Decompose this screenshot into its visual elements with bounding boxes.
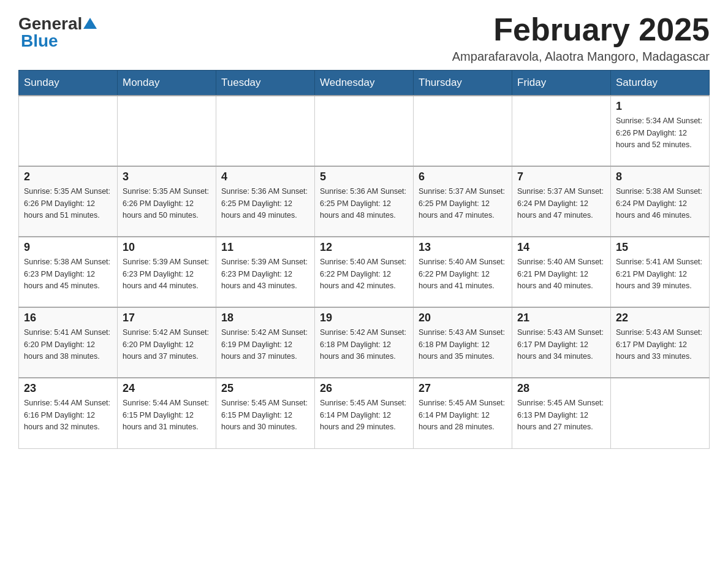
calendar-table: SundayMondayTuesdayWednesdayThursdayFrid… (18, 70, 710, 449)
day-info: Sunrise: 5:37 AM Sunset: 6:25 PM Dayligh… (419, 186, 507, 221)
calendar-cell: 2Sunrise: 5:35 AM Sunset: 6:26 PM Daylig… (19, 166, 118, 237)
logo-triangle-icon (83, 17, 97, 30)
day-info: Sunrise: 5:40 AM Sunset: 6:22 PM Dayligh… (320, 256, 408, 292)
day-number: 14 (517, 241, 605, 254)
calendar-subtitle: Amparafaravola, Alaotra Mangoro, Madagas… (452, 50, 710, 64)
day-number: 17 (123, 312, 211, 324)
calendar-cell: 17Sunrise: 5:42 AM Sunset: 6:20 PM Dayli… (118, 307, 216, 378)
day-number: 23 (24, 382, 112, 395)
day-info: Sunrise: 5:35 AM Sunset: 6:26 PM Dayligh… (123, 186, 211, 221)
day-info: Sunrise: 5:40 AM Sunset: 6:21 PM Dayligh… (517, 256, 605, 292)
day-info: Sunrise: 5:37 AM Sunset: 6:24 PM Dayligh… (517, 186, 605, 221)
day-number: 21 (517, 312, 605, 324)
page-header: General Blue February 2025 Amparafaravol… (18, 12, 710, 64)
day-info: Sunrise: 5:41 AM Sunset: 6:20 PM Dayligh… (24, 327, 112, 362)
calendar-cell: 21Sunrise: 5:43 AM Sunset: 6:17 PM Dayli… (512, 307, 611, 378)
title-block: February 2025 Amparafaravola, Alaotra Ma… (452, 12, 710, 64)
day-number: 6 (419, 170, 507, 183)
calendar-cell: 18Sunrise: 5:42 AM Sunset: 6:19 PM Dayli… (216, 307, 315, 378)
day-info: Sunrise: 5:44 AM Sunset: 6:15 PM Dayligh… (123, 397, 211, 433)
calendar-cell: 15Sunrise: 5:41 AM Sunset: 6:21 PM Dayli… (611, 237, 710, 307)
day-info: Sunrise: 5:43 AM Sunset: 6:18 PM Dayligh… (419, 327, 507, 362)
calendar-cell: 13Sunrise: 5:40 AM Sunset: 6:22 PM Dayli… (414, 237, 512, 307)
calendar-weekday-header: Wednesday (315, 71, 414, 96)
day-info: Sunrise: 5:34 AM Sunset: 6:26 PM Dayligh… (616, 115, 704, 151)
calendar-cell: 26Sunrise: 5:45 AM Sunset: 6:14 PM Dayli… (315, 378, 414, 448)
calendar-cell: 20Sunrise: 5:43 AM Sunset: 6:18 PM Dayli… (414, 307, 512, 378)
day-info: Sunrise: 5:38 AM Sunset: 6:23 PM Dayligh… (24, 256, 112, 292)
logo: General Blue (18, 15, 97, 50)
day-number: 7 (517, 170, 605, 183)
calendar-cell: 9Sunrise: 5:38 AM Sunset: 6:23 PM Daylig… (19, 237, 118, 307)
calendar-cell: 14Sunrise: 5:40 AM Sunset: 6:21 PM Dayli… (512, 237, 611, 307)
day-number: 20 (419, 312, 507, 324)
day-info: Sunrise: 5:35 AM Sunset: 6:26 PM Dayligh… (24, 186, 112, 221)
day-info: Sunrise: 5:36 AM Sunset: 6:25 PM Dayligh… (320, 186, 408, 221)
calendar-weekday-header: Thursday (414, 71, 512, 96)
day-number: 5 (320, 170, 408, 183)
day-info: Sunrise: 5:43 AM Sunset: 6:17 PM Dayligh… (616, 327, 704, 362)
calendar-cell (315, 96, 414, 166)
calendar-cell: 7Sunrise: 5:37 AM Sunset: 6:24 PM Daylig… (512, 166, 611, 237)
day-number: 26 (320, 382, 408, 395)
calendar-week-row: 1Sunrise: 5:34 AM Sunset: 6:26 PM Daylig… (19, 96, 710, 166)
day-info: Sunrise: 5:43 AM Sunset: 6:17 PM Dayligh… (517, 327, 605, 362)
calendar-cell: 25Sunrise: 5:45 AM Sunset: 6:15 PM Dayli… (216, 378, 315, 448)
calendar-weekday-header: Tuesday (216, 71, 315, 96)
calendar-week-row: 23Sunrise: 5:44 AM Sunset: 6:16 PM Dayli… (19, 378, 710, 448)
calendar-cell: 23Sunrise: 5:44 AM Sunset: 6:16 PM Dayli… (19, 378, 118, 448)
day-number: 9 (24, 241, 112, 254)
calendar-week-row: 16Sunrise: 5:41 AM Sunset: 6:20 PM Dayli… (19, 307, 710, 378)
calendar-cell: 4Sunrise: 5:36 AM Sunset: 6:25 PM Daylig… (216, 166, 315, 237)
day-info: Sunrise: 5:44 AM Sunset: 6:16 PM Dayligh… (24, 397, 112, 433)
calendar-cell (216, 96, 315, 166)
day-info: Sunrise: 5:39 AM Sunset: 6:23 PM Dayligh… (123, 256, 211, 292)
calendar-cell: 19Sunrise: 5:42 AM Sunset: 6:18 PM Dayli… (315, 307, 414, 378)
day-number: 8 (616, 170, 704, 183)
day-number: 12 (320, 241, 408, 254)
calendar-cell: 22Sunrise: 5:43 AM Sunset: 6:17 PM Dayli… (611, 307, 710, 378)
calendar-cell (118, 96, 216, 166)
calendar-title: February 2025 (452, 12, 710, 47)
day-info: Sunrise: 5:45 AM Sunset: 6:13 PM Dayligh… (517, 397, 605, 433)
day-info: Sunrise: 5:42 AM Sunset: 6:18 PM Dayligh… (320, 327, 408, 362)
day-number: 2 (24, 170, 112, 183)
calendar-cell: 27Sunrise: 5:45 AM Sunset: 6:14 PM Dayli… (414, 378, 512, 448)
logo-blue-text: Blue (21, 33, 97, 50)
day-info: Sunrise: 5:36 AM Sunset: 6:25 PM Dayligh… (221, 186, 309, 221)
day-info: Sunrise: 5:45 AM Sunset: 6:14 PM Dayligh… (320, 397, 408, 433)
day-number: 28 (517, 382, 605, 395)
calendar-cell: 3Sunrise: 5:35 AM Sunset: 6:26 PM Daylig… (118, 166, 216, 237)
day-info: Sunrise: 5:42 AM Sunset: 6:20 PM Dayligh… (123, 327, 211, 362)
day-number: 25 (221, 382, 309, 395)
day-number: 27 (419, 382, 507, 395)
calendar-weekday-header: Sunday (19, 71, 118, 96)
calendar-cell (19, 96, 118, 166)
day-info: Sunrise: 5:38 AM Sunset: 6:24 PM Dayligh… (616, 186, 704, 221)
day-number: 11 (221, 241, 309, 254)
calendar-cell: 1Sunrise: 5:34 AM Sunset: 6:26 PM Daylig… (611, 96, 710, 166)
calendar-cell (611, 378, 710, 448)
calendar-weekday-header: Monday (118, 71, 216, 96)
calendar-cell: 11Sunrise: 5:39 AM Sunset: 6:23 PM Dayli… (216, 237, 315, 307)
svg-marker-0 (83, 18, 97, 29)
day-number: 4 (221, 170, 309, 183)
day-number: 13 (419, 241, 507, 254)
calendar-cell: 16Sunrise: 5:41 AM Sunset: 6:20 PM Dayli… (19, 307, 118, 378)
calendar-cell (414, 96, 512, 166)
day-number: 15 (616, 241, 704, 254)
calendar-weekday-header: Saturday (611, 71, 710, 96)
calendar-week-row: 2Sunrise: 5:35 AM Sunset: 6:26 PM Daylig… (19, 166, 710, 237)
calendar-cell: 6Sunrise: 5:37 AM Sunset: 6:25 PM Daylig… (414, 166, 512, 237)
day-info: Sunrise: 5:45 AM Sunset: 6:15 PM Dayligh… (221, 397, 309, 433)
logo-general-text: General (18, 15, 82, 33)
day-number: 19 (320, 312, 408, 324)
calendar-cell (512, 96, 611, 166)
calendar-cell: 10Sunrise: 5:39 AM Sunset: 6:23 PM Dayli… (118, 237, 216, 307)
calendar-cell: 5Sunrise: 5:36 AM Sunset: 6:25 PM Daylig… (315, 166, 414, 237)
day-number: 3 (123, 170, 211, 183)
day-number: 22 (616, 312, 704, 324)
day-info: Sunrise: 5:45 AM Sunset: 6:14 PM Dayligh… (419, 397, 507, 433)
day-number: 18 (221, 312, 309, 324)
day-info: Sunrise: 5:42 AM Sunset: 6:19 PM Dayligh… (221, 327, 309, 362)
